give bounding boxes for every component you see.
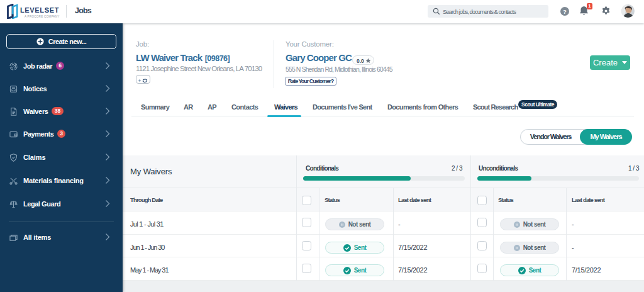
svg-text:?: ? <box>563 8 567 15</box>
